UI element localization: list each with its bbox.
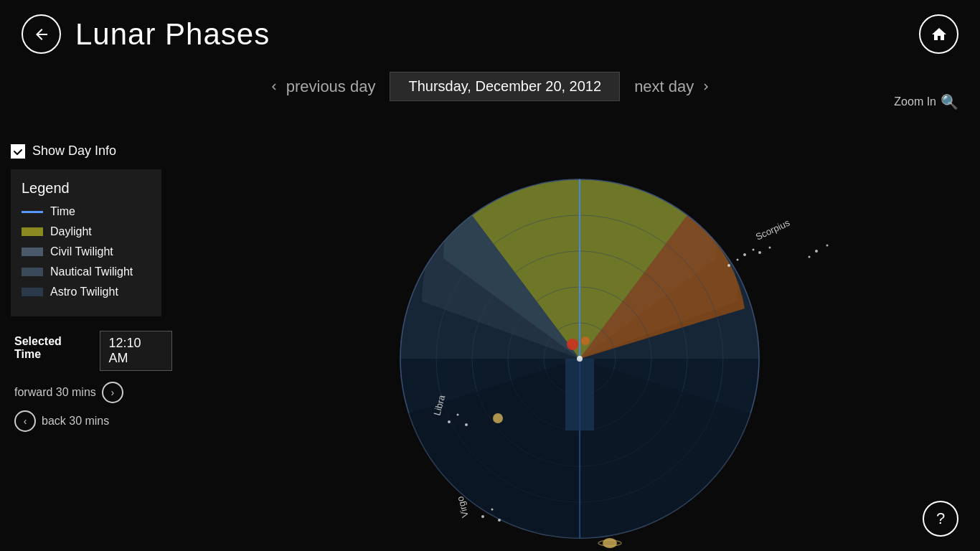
svg-point-21: [737, 259, 739, 261]
selected-time-section: Selected Time 12:10 AM forward 30 mins ›…: [11, 331, 176, 432]
svg-text:Scorpius: Scorpius: [754, 217, 792, 242]
svg-point-10: [581, 336, 590, 345]
svg-point-60: [448, 420, 451, 423]
svg-point-61: [457, 414, 459, 416]
show-day-info-label: Show Day Info: [32, 143, 116, 159]
legend-civil-twilight-label: Civil Twilight: [50, 245, 113, 258]
legend-box: Legend Time Daylight Civil Twilight Naut…: [11, 169, 161, 316]
svg-rect-8: [565, 359, 594, 430]
time-value: 12:10 AM: [100, 331, 172, 371]
svg-point-58: [491, 509, 494, 511]
svg-point-18: [753, 249, 755, 251]
legend-item-astro-twilight: Astro Twilight: [22, 286, 151, 298]
selected-time-label: Selected Time: [14, 335, 91, 361]
chart-area: Scorpius Sagittarius Capricorn Aquarius …: [179, 100, 980, 551]
civil-twilight-color: [22, 248, 43, 256]
svg-point-14: [493, 413, 503, 423]
back-arrow-icon: ‹: [14, 410, 36, 432]
legend-daylight-label: Daylight: [50, 225, 92, 238]
legend-item-daylight: Daylight: [22, 225, 151, 238]
legend-item-nautical-twilight: Nautical Twilight: [22, 265, 151, 278]
previous-day-button[interactable]: previous day: [268, 77, 376, 96]
help-button[interactable]: ?: [923, 501, 958, 537]
show-day-info-toggle[interactable]: Show Day Info: [11, 143, 176, 159]
forward-30-button[interactable]: forward 30 mins ›: [14, 382, 172, 403]
show-day-info-checkbox[interactable]: [11, 144, 25, 159]
legend-title: Legend: [22, 180, 151, 197]
svg-point-9: [567, 339, 578, 350]
header: Lunar Phases: [0, 0, 980, 68]
svg-point-27: [809, 256, 811, 258]
time-controls: forward 30 mins › ‹ back 30 mins: [14, 382, 172, 432]
current-date: Thursday, December 20, 2012: [390, 72, 620, 101]
home-button[interactable]: [919, 14, 958, 54]
svg-point-19: [758, 251, 761, 254]
next-day-button[interactable]: next day: [634, 77, 712, 96]
legend-time-label: Time: [50, 205, 75, 218]
svg-point-22: [727, 264, 730, 267]
help-label: ?: [936, 509, 945, 528]
legend-nautical-twilight-label: Nautical Twilight: [50, 265, 133, 278]
svg-point-15: [603, 538, 617, 548]
svg-point-63: [577, 356, 583, 362]
svg-point-57: [481, 515, 484, 518]
navigation-bar: previous day Thursday, December 20, 2012…: [0, 72, 980, 101]
forward-arrow-icon: ›: [102, 382, 123, 403]
svg-point-24: [826, 245, 829, 247]
lunar-phase-chart[interactable]: Scorpius Sagittarius Capricorn Aquarius …: [329, 129, 831, 551]
legend-item-civil-twilight: Civil Twilight: [22, 245, 151, 258]
back-30-button[interactable]: ‹ back 30 mins: [14, 410, 172, 432]
app-title: Lunar Phases: [75, 17, 270, 52]
legend-astro-twilight-label: Astro Twilight: [50, 286, 118, 298]
back-button[interactable]: [22, 14, 61, 54]
daylight-color: [22, 227, 43, 236]
svg-point-59: [498, 519, 501, 522]
astro-twilight-color: [22, 288, 43, 296]
svg-point-20: [769, 247, 771, 249]
next-day-label: next day: [634, 77, 694, 96]
nautical-twilight-color: [22, 268, 43, 276]
svg-point-62: [465, 423, 468, 426]
forward-30-label: forward 30 mins: [14, 386, 96, 399]
svg-point-17: [743, 253, 746, 256]
time-line-color: [22, 211, 43, 213]
previous-day-label: previous day: [286, 77, 376, 96]
left-panel: Show Day Info Legend Time Daylight Civil…: [11, 143, 176, 439]
back-30-label: back 30 mins: [42, 415, 109, 428]
legend-item-time: Time: [22, 205, 151, 218]
svg-point-23: [815, 250, 818, 253]
